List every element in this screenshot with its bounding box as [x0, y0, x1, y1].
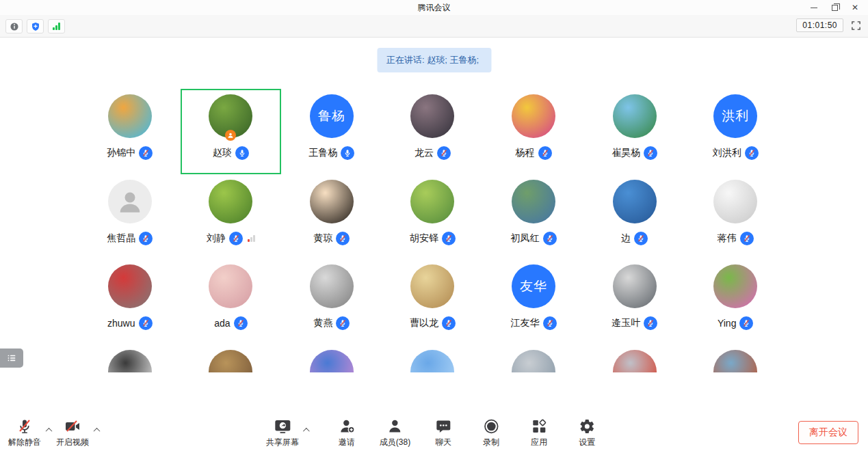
- record-button[interactable]: 录制: [476, 418, 506, 448]
- participant-avatar: [410, 264, 454, 308]
- start-video-button[interactable]: 开启视频: [56, 418, 89, 448]
- network-poor-icon: [248, 235, 255, 242]
- leave-meeting-button[interactable]: 离开会议: [798, 421, 858, 444]
- fullscreen-button[interactable]: [849, 18, 863, 32]
- participant-avatar: [108, 264, 152, 308]
- video-options-chevron[interactable]: [89, 418, 104, 441]
- share-screen-button[interactable]: 共享屏幕: [266, 418, 299, 448]
- participant-name: zhuwu: [107, 318, 135, 329]
- participant-avatar: [713, 264, 757, 308]
- mic-muted-icon: [139, 146, 153, 160]
- participant-tile[interactable]: 鲁杨 王鲁杨: [281, 89, 382, 174]
- apps-button[interactable]: 应用: [524, 418, 554, 448]
- invite-icon: [339, 418, 355, 435]
- participant-tile[interactable]: 刘静: [181, 174, 282, 260]
- participant-avatar: [410, 350, 454, 373]
- participant-tile[interactable]: 黄琼: [281, 174, 382, 260]
- invite-button[interactable]: 邀请: [332, 418, 362, 448]
- participant-tile-partial[interactable]: [685, 344, 786, 373]
- participant-tile[interactable]: 黄燕: [281, 259, 382, 344]
- mic-muted-icon: [16, 418, 33, 435]
- bottom-toolbar: 解除静音 开启视频: [0, 415, 868, 451]
- mic-muted-icon: [234, 316, 248, 330]
- participant-name: 焦哲晶: [107, 232, 135, 245]
- minimize-icon: [811, 8, 817, 8]
- participant-name: 蒋伟: [718, 232, 737, 245]
- participant-tile[interactable]: 曹以龙: [382, 259, 484, 344]
- settings-button[interactable]: 设置: [572, 418, 602, 448]
- participant-tile[interactable]: 胡安铎: [382, 174, 484, 260]
- close-button[interactable]: ✕: [845, 0, 865, 15]
- participant-tile[interactable]: 初凤红: [483, 174, 584, 260]
- participant-name: 刘静: [207, 232, 226, 245]
- member-list-toggle[interactable]: [0, 348, 23, 368]
- participant-tile[interactable]: 赵琰: [181, 89, 282, 174]
- record-label: 录制: [483, 437, 499, 448]
- participant-tile-partial[interactable]: [584, 344, 685, 373]
- restore-button[interactable]: [824, 0, 845, 15]
- meeting-info-button[interactable]: [5, 19, 23, 33]
- participant-tile-partial[interactable]: [79, 344, 181, 373]
- mic-muted-icon: [336, 232, 350, 245]
- participant-tile[interactable]: 崔昊杨: [584, 89, 685, 174]
- participant-avatar: [713, 180, 757, 223]
- unmute-button[interactable]: 解除静音: [8, 418, 41, 448]
- window-controls: ✕: [804, 0, 865, 15]
- participant-tile[interactable]: 焦哲晶: [79, 174, 181, 260]
- participant-tile[interactable]: 孙锦中: [79, 89, 181, 174]
- participant-name: 崔昊杨: [611, 147, 640, 159]
- participant-tile[interactable]: 蒋伟: [685, 174, 786, 260]
- participant-tile-partial[interactable]: [181, 344, 282, 373]
- participant-tile-partial[interactable]: [382, 344, 484, 373]
- mic-options-chevron[interactable]: [41, 418, 56, 441]
- share-screen-label: 共享屏幕: [266, 437, 299, 448]
- unmute-label: 解除静音: [8, 437, 41, 448]
- members-button[interactable]: 成员(38): [380, 418, 410, 448]
- participant-name: 胡安铎: [410, 232, 438, 245]
- mic-muted-icon: [740, 232, 754, 245]
- chat-button[interactable]: 聊天: [428, 418, 458, 448]
- participant-name: 龙云: [415, 147, 434, 159]
- participant-tile-partial[interactable]: [281, 344, 382, 373]
- participant-avatar: [613, 180, 657, 223]
- participant-avatar: [108, 350, 152, 373]
- start-video-label: 开启视频: [56, 437, 89, 448]
- participant-avatar: [209, 180, 252, 223]
- network-signal-icon: [53, 23, 60, 30]
- participant-tile[interactable]: 边: [584, 174, 685, 260]
- mic-muted-icon: [739, 316, 753, 330]
- mic-muted-icon: [543, 316, 557, 330]
- mic-muted-icon: [336, 316, 350, 330]
- security-button[interactable]: [27, 19, 44, 33]
- list-icon: [6, 353, 17, 364]
- meeting-info-bar: 01:01:50: [0, 15, 868, 38]
- participant-tile-partial[interactable]: [483, 344, 584, 373]
- participant-avatar: [108, 94, 152, 138]
- network-status-button[interactable]: [48, 19, 65, 33]
- participant-tile[interactable]: 洪利 刘洪利: [685, 89, 786, 174]
- mic-muted-icon: [437, 146, 451, 160]
- mic-muted-icon: [139, 232, 153, 245]
- participant-tile[interactable]: 杨程: [483, 89, 584, 174]
- participant-name: 曹以龙: [410, 317, 438, 329]
- share-options-chevron[interactable]: [299, 418, 314, 441]
- participant-tile[interactable]: 龙云: [382, 89, 484, 174]
- participant-tile[interactable]: ada: [181, 259, 282, 344]
- participant-tile[interactable]: zhuwu: [79, 259, 181, 344]
- participant-avatar: [310, 180, 354, 223]
- participant-tile[interactable]: Ying: [685, 259, 786, 344]
- share-screen-icon: [274, 418, 291, 435]
- apps-label: 应用: [531, 437, 547, 448]
- chat-label: 聊天: [435, 437, 451, 448]
- participant-avatar: [512, 94, 555, 138]
- participant-grid: 孙锦中 赵琰 鲁杨 王鲁杨 龙云: [79, 89, 786, 372]
- apps-icon: [531, 418, 547, 435]
- participant-avatar: [410, 180, 454, 223]
- mic-muted-icon: [634, 232, 648, 245]
- minimize-button[interactable]: [804, 0, 824, 15]
- participant-tile[interactable]: 友华 江友华: [483, 259, 584, 344]
- participant-name: 杨程: [516, 147, 535, 159]
- participant-tile[interactable]: 逄玉叶: [584, 259, 685, 344]
- participant-name: 江友华: [511, 317, 540, 329]
- shield-plus-icon: [31, 22, 40, 31]
